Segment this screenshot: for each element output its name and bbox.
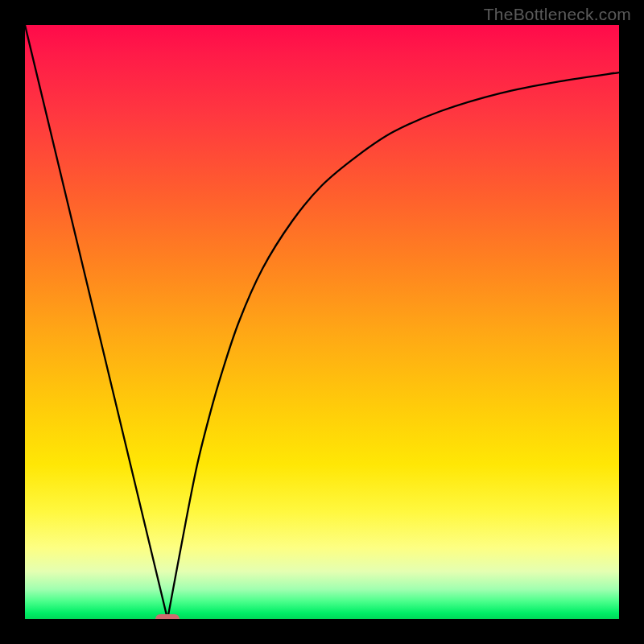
bottleneck-curve xyxy=(25,25,619,619)
chart-area xyxy=(25,25,619,619)
curve-svg xyxy=(25,25,619,619)
optimum-marker xyxy=(155,614,180,619)
watermark-text: TheBottleneck.com xyxy=(484,5,631,24)
